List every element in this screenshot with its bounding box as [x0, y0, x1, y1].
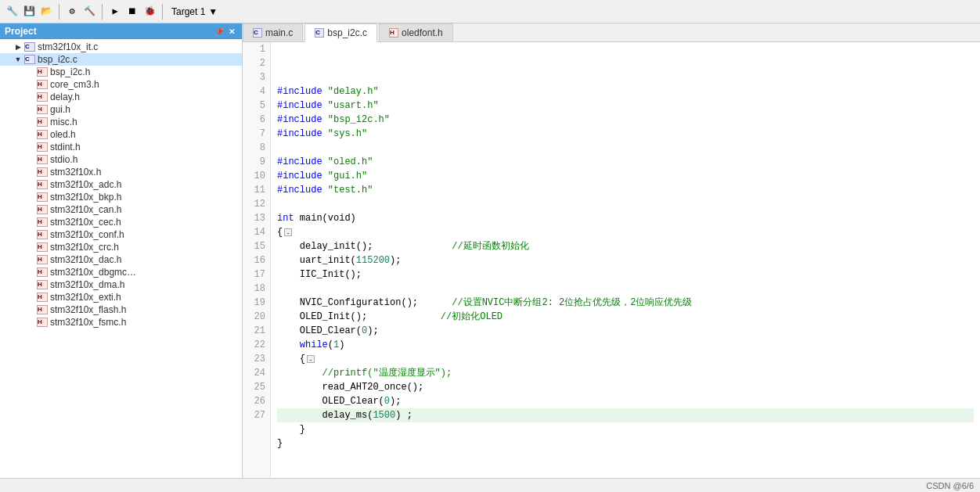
- line-number-5: 5: [247, 99, 265, 113]
- tree-item-stdint_h[interactable]: Hstdint.h: [0, 141, 242, 153]
- tree-item-stm32f10x_cec_h[interactable]: Hstm32f10x_cec.h: [0, 216, 242, 228]
- code-token: #include: [277, 183, 322, 197]
- code-token: //初始化OLED: [441, 310, 503, 324]
- fold-button[interactable]: -: [284, 228, 292, 236]
- tab-label: main.c: [265, 27, 293, 38]
- tree-item-bsp_i2c_h[interactable]: Hbsp_i2c.h: [0, 66, 242, 78]
- tree-item-label: stm32f10x_cec.h: [50, 217, 121, 228]
- tree-no-expander: [25, 66, 36, 77]
- tree-item-stm32f10x_crc_h[interactable]: Hstm32f10x_crc.h: [0, 241, 242, 253]
- tree-item-label: oled.h: [50, 129, 76, 140]
- tree-item-label: stm32f10x.h: [50, 167, 101, 178]
- tree-item-stm32f10x_dac_h[interactable]: Hstm32f10x_dac.h: [0, 253, 242, 266]
- code-token: IIC_Init();: [277, 268, 362, 282]
- toolbar-icon-stop[interactable]: ⏹: [125, 5, 139, 19]
- code-line-22: read_AHT20_once();: [277, 380, 974, 394]
- code-token: 0: [362, 324, 367, 338]
- code-token: [322, 99, 328, 113]
- toolbar-icon-debug[interactable]: 🐞: [142, 5, 157, 19]
- tree-item-stm32f10x_bkp_h[interactable]: Hstm32f10x_bkp.h: [0, 191, 242, 203]
- tree-item-stm32f10x_conf_h[interactable]: Hstm32f10x_conf.h: [0, 228, 242, 241]
- tree-item-stm32f10x_flash_h[interactable]: Hstm32f10x_flash.h: [0, 303, 242, 316]
- tree-item-stdio_h[interactable]: Hstdio.h: [0, 153, 242, 166]
- tree-item-label: misc.h: [50, 117, 77, 127]
- tree-no-expander: [25, 254, 36, 265]
- code-editor[interactable]: 1234567891011121314151617181920212223242…: [243, 42, 980, 478]
- tree-item-stm32f10x_adc_h[interactable]: Hstm32f10x_adc.h: [0, 178, 242, 191]
- tree-no-expander: [25, 242, 36, 253]
- expand-icon[interactable]: ▶: [13, 41, 23, 52]
- line-number-12: 12: [247, 197, 265, 211]
- code-content[interactable]: #include "delay.h"#include "usart.h"#inc…: [271, 42, 980, 478]
- line-number-9: 9: [247, 155, 265, 169]
- toolbar-sep-2: [102, 4, 103, 20]
- project-panel: Project 📌 ✕ ▶Cstm32f10x_it.c▼Cbsp_i2c.cH…: [0, 23, 243, 478]
- code-token: #include: [277, 84, 322, 99]
- tree-item-stm32f10x_dbgmc[interactable]: Hstm32f10x_dbgmc…: [0, 266, 242, 278]
- toolbar-icon-run[interactable]: ▶: [108, 5, 122, 19]
- tab-main_c[interactable]: Cmain.c: [243, 23, 303, 41]
- toolbar-icon-1[interactable]: 🔧: [5, 5, 19, 19]
- code-token: //延时函数初始化: [452, 239, 528, 253]
- tree-item-gui_h[interactable]: Hgui.h: [0, 103, 242, 116]
- toolbar-sep-3: [162, 4, 163, 20]
- tab-bsp_i2c_c[interactable]: Cbsp_i2c.c: [304, 23, 377, 42]
- code-line-20: {-: [277, 352, 974, 366]
- tree-item-misc_h[interactable]: Hmisc.h: [0, 116, 242, 128]
- tree-item-delay_h[interactable]: Hdelay.h: [0, 91, 242, 103]
- line-number-16: 16: [247, 253, 265, 268]
- tree-item-stm32f10x_it[interactable]: ▶Cstm32f10x_it.c: [0, 41, 242, 53]
- toolbar-icon-2[interactable]: 💾: [22, 5, 36, 19]
- tree-item-label: stm32f10x_exti.h: [50, 292, 121, 303]
- tree-no-expander: [25, 117, 36, 127]
- code-line-14: IIC_Init();: [277, 268, 974, 282]
- close-panel-icon[interactable]: ✕: [226, 26, 237, 37]
- code-line-5: [277, 141, 974, 155]
- code-line-16: NVIC_Configuration(); //设置NVIC中断分组2: 2位抢…: [277, 296, 974, 310]
- tree-item-stm32f10x_h[interactable]: Hstm32f10x.h: [0, 166, 242, 178]
- tree-no-expander: [25, 317, 36, 328]
- code-token: "bsp_i2c.h": [328, 113, 390, 127]
- project-tree: ▶Cstm32f10x_it.c▼Cbsp_i2c.cHbsp_i2c.hHco…: [0, 39, 242, 478]
- tree-item-label: stm32f10x_it.c: [38, 41, 98, 52]
- code-token: }: [277, 422, 305, 436]
- code-token: main(void): [294, 211, 356, 225]
- code-token: [322, 169, 328, 183]
- line-number-2: 2: [247, 56, 265, 70]
- tree-item-stm32f10x_dma_h[interactable]: Hstm32f10x_dma.h: [0, 278, 242, 291]
- toolbar-icon-4[interactable]: ⚙️: [65, 5, 79, 19]
- code-line-13: uart_init(115200);: [277, 253, 974, 268]
- code-token: ): [339, 338, 344, 352]
- code-token: (: [328, 338, 333, 352]
- tree-item-bsp_i2c[interactable]: ▼Cbsp_i2c.c: [0, 53, 242, 66]
- toolbar-icon-build[interactable]: 🔨: [82, 5, 96, 19]
- h-file-icon: H: [37, 92, 48, 102]
- code-token: //printf("温度湿度显示");: [322, 366, 452, 380]
- code-token: read_AHT20_once();: [277, 380, 423, 394]
- tab-oledfont_h[interactable]: Holedfont.h: [379, 23, 453, 41]
- tree-item-oled_h[interactable]: Holed.h: [0, 128, 242, 141]
- tree-item-stm32f10x_exti_h[interactable]: Hstm32f10x_exti.h: [0, 291, 242, 303]
- line-number-23: 23: [247, 352, 265, 366]
- pin-icon[interactable]: 📌: [214, 26, 225, 37]
- tree-item-stm32f10x_fsmc_h[interactable]: Hstm32f10x_fsmc.h: [0, 316, 242, 329]
- code-token: while: [300, 338, 328, 352]
- tree-item-label: stm32f10x_fsmc.h: [50, 317, 126, 328]
- toolbar-icon-3[interactable]: 📂: [39, 5, 53, 19]
- tree-no-expander: [25, 154, 36, 165]
- tree-item-stm32f10x_can_h[interactable]: Hstm32f10x_can.h: [0, 203, 242, 216]
- toolbar-target: Target 1 ▼: [171, 6, 218, 17]
- code-token: #include: [277, 169, 322, 183]
- code-token: [322, 183, 328, 197]
- code-line-10: int main(void): [277, 211, 974, 225]
- code-line-24: delay_ms(1500) ;: [277, 408, 974, 422]
- target-dropdown-icon[interactable]: ▼: [208, 6, 218, 17]
- collapse-icon[interactable]: ▼: [13, 54, 23, 65]
- tree-item-core_cm3_h[interactable]: Hcore_cm3.h: [0, 78, 242, 91]
- project-panel-header: Project 📌 ✕: [0, 23, 242, 39]
- line-number-18: 18: [247, 282, 265, 296]
- fold-button[interactable]: -: [307, 355, 315, 363]
- tree-no-expander: [25, 129, 36, 140]
- code-line-2: #include "usart.h": [277, 99, 974, 113]
- line-number-4: 4: [247, 84, 265, 99]
